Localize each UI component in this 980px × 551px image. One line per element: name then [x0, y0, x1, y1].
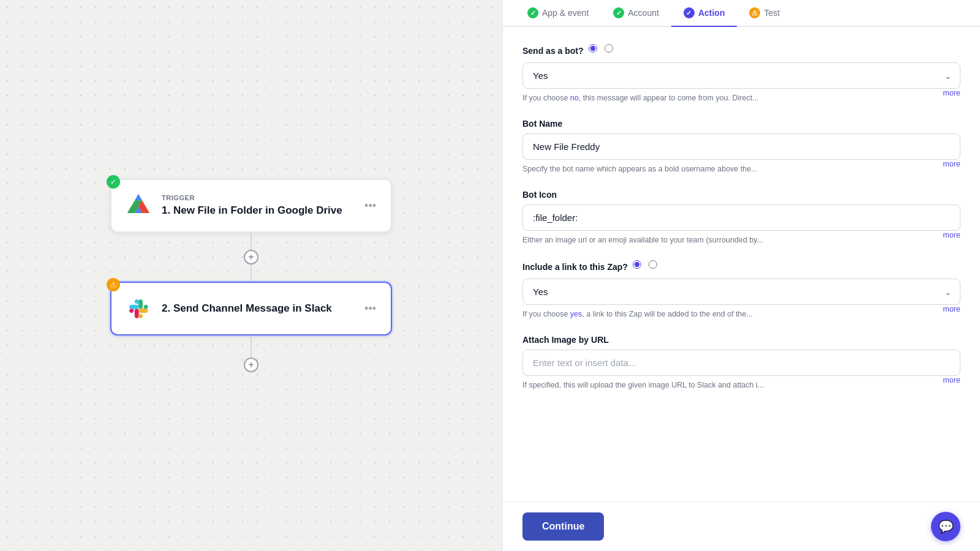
slack-card[interactable]: ⚠ 2. Send Channel Message in Slack — [110, 282, 392, 335]
bot-icon-input[interactable] — [522, 204, 960, 231]
attach-image-section: Attach Image by URL If specified, this w… — [522, 335, 960, 391]
bot-name-hint: Specify the bot name which appears as a … — [522, 163, 758, 175]
add-step-bottom-button[interactable]: + — [244, 358, 258, 372]
slack-title: 2. Send Channel Message in Slack — [162, 302, 353, 315]
panel-content: Send as a bot? Yes No ⌄ If you choose no… — [503, 27, 980, 501]
tab-account[interactable]: ✓ Account — [601, 0, 671, 26]
tab-action[interactable]: ✓ Action — [671, 0, 737, 26]
bot-icon-label: Bot Icon — [522, 190, 960, 200]
include-link-radio-yes[interactable] — [633, 260, 641, 269]
send-as-bot-select[interactable]: Yes No — [522, 62, 960, 89]
tab-action-label: Action — [698, 8, 725, 18]
slack-menu-button[interactable]: ••• — [362, 300, 379, 318]
include-link-hint: If you choose yes, a link to this Zap wi… — [522, 309, 753, 320]
tab-app-event-badge: ✓ — [527, 7, 538, 18]
include-link-radio-group — [633, 260, 657, 269]
slack-status-badge: ⚠ — [107, 278, 120, 291]
trigger-title: 1. New File in Folder in Google Drive — [162, 204, 353, 217]
send-as-bot-radio-group — [589, 44, 613, 53]
tab-test-badge: ⚠ — [749, 7, 760, 18]
bot-icon-section: Bot Icon Either an image url or an emoji… — [522, 190, 960, 246]
include-link-section: Include a link to this Zap? Yes No ⌄ If … — [522, 260, 960, 320]
bot-name-hint-row: Specify the bot name which appears as a … — [522, 160, 960, 175]
tab-action-badge: ✓ — [684, 7, 695, 18]
tab-test[interactable]: ⚠ Test — [737, 0, 792, 26]
send-as-bot-section: Send as a bot? Yes No ⌄ If you choose no… — [522, 44, 960, 104]
bot-icon-hint: Either an image url or an emoji availabl… — [522, 234, 763, 246]
tab-bar: ✓ App & event ✓ Account ✓ Action ⚠ Test — [503, 0, 980, 27]
bot-name-label: Bot Name — [522, 119, 960, 129]
chat-icon: 💬 — [938, 519, 954, 534]
slack-card-content: 2. Send Channel Message in Slack — [162, 302, 353, 315]
trigger-card[interactable]: ✓ Trigger 1. New File in Folder in Googl… — [110, 179, 392, 233]
bot-name-input[interactable] — [522, 133, 960, 160]
tab-test-label: Test — [764, 8, 780, 18]
include-link-select[interactable]: Yes No — [522, 279, 960, 305]
include-link-select-wrapper: Yes No ⌄ — [522, 279, 960, 305]
attach-image-hint: If specified, this will upload the given… — [522, 380, 764, 391]
include-link-radio-no[interactable] — [649, 260, 657, 269]
bot-icon-more-link[interactable]: more — [943, 231, 960, 239]
send-as-bot-more-link[interactable]: more — [943, 89, 960, 97]
config-panel: ✓ App & event ✓ Account ✓ Action ⚠ Test … — [502, 0, 980, 551]
send-as-bot-radio-no[interactable] — [605, 44, 613, 53]
add-step-button[interactable]: + — [244, 250, 258, 264]
tab-account-label: Account — [628, 8, 659, 18]
attach-image-hint-row: If specified, this will upload the given… — [522, 376, 960, 391]
slack-icon — [124, 294, 153, 323]
google-drive-icon — [124, 191, 153, 220]
tab-account-badge: ✓ — [613, 7, 624, 18]
trigger-card-content: Trigger 1. New File in Folder in Google … — [162, 194, 353, 217]
trigger-menu-button[interactable]: ••• — [362, 197, 379, 215]
include-link-more-link[interactable]: more — [943, 305, 960, 313]
send-as-bot-hint-row: If you choose no, this message will appe… — [522, 89, 960, 104]
trigger-status-badge: ✓ — [107, 175, 120, 189]
attach-image-label: Attach Image by URL — [522, 335, 960, 345]
send-as-bot-radio-yes[interactable] — [589, 44, 597, 53]
attach-image-input[interactable] — [522, 350, 960, 376]
trigger-label: Trigger — [162, 194, 353, 201]
tab-app-event-label: App & event — [542, 8, 589, 18]
bot-name-section: Bot Name Specify the bot name which appe… — [522, 119, 960, 175]
send-as-bot-label: Send as a bot? — [522, 44, 960, 58]
bot-icon-hint-row: Either an image url or an emoji availabl… — [522, 231, 960, 246]
bot-name-more-link[interactable]: more — [943, 160, 960, 168]
send-as-bot-hint: If you choose no, this message will appe… — [522, 92, 759, 104]
attach-image-more-link[interactable]: more — [943, 376, 960, 384]
include-link-hint-row: If you choose yes, a link to this Zap wi… — [522, 305, 960, 320]
tab-app-event[interactable]: ✓ App & event — [515, 0, 601, 26]
chat-button[interactable]: 💬 — [931, 512, 960, 541]
panel-footer: Continue 💬 — [503, 501, 980, 551]
workflow-canvas: ✓ Trigger 1. New File in Folder in Googl… — [0, 0, 502, 551]
send-as-bot-select-wrapper: Yes No ⌄ — [522, 62, 960, 89]
continue-button[interactable]: Continue — [522, 512, 604, 541]
include-link-label: Include a link to this Zap? — [522, 260, 960, 274]
